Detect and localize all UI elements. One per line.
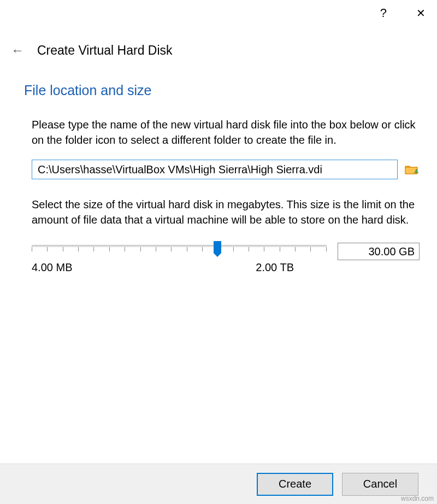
help-button[interactable]: ? (380, 6, 387, 20)
button-bar: Create Cancel (0, 464, 437, 504)
size-input[interactable] (338, 243, 420, 260)
file-description: Please type the name of the new virtual … (24, 117, 420, 148)
cancel-button[interactable]: Cancel (342, 473, 418, 496)
slider-max-label: 2.00 TB (256, 261, 294, 274)
back-arrow-icon[interactable]: ← (11, 43, 24, 58)
slider-ticks (32, 247, 327, 253)
dialog-title: Create Virtual Hard Disk (37, 43, 173, 58)
file-path-input[interactable] (32, 160, 398, 179)
size-slider-thumb[interactable] (214, 241, 221, 253)
close-button[interactable]: ✕ (414, 7, 427, 20)
size-description: Select the size of the virtual hard disk… (24, 197, 420, 227)
size-slider-track[interactable] (32, 245, 327, 247)
slider-min-label: 4.00 MB (32, 261, 72, 274)
watermark: wsxdn.com (401, 495, 434, 502)
section-heading: File location and size (24, 83, 420, 98)
browse-folder-icon[interactable] (404, 162, 420, 177)
create-button[interactable]: Create (257, 473, 333, 496)
